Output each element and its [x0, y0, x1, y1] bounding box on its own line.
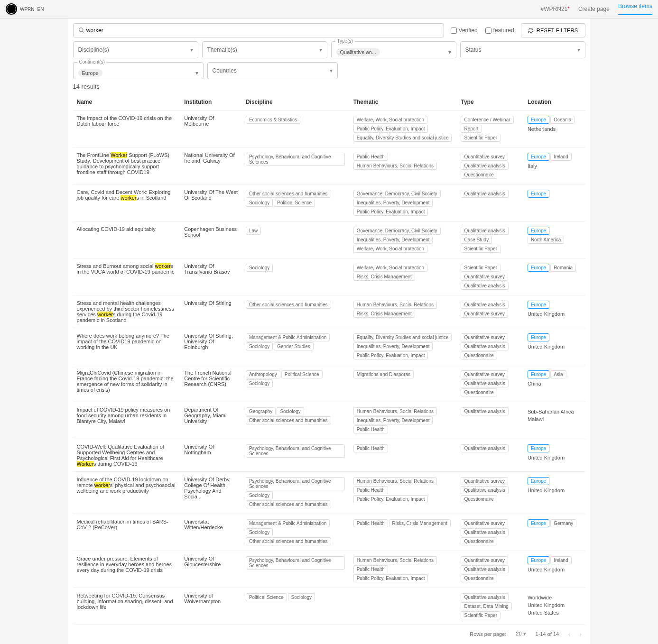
tag[interactable]: Public Policy, Evaluation, Impact [353, 125, 428, 133]
table-row[interactable]: Allocating COVID-19 aid equitablyCopenha… [73, 221, 585, 258]
nav-wprn21[interactable]: #WPRN21* [541, 6, 570, 12]
tag[interactable]: Qualitative analysis [461, 486, 508, 494]
tag[interactable]: Human Behaviours, Social Relations [353, 301, 437, 309]
tag[interactable]: Law [246, 227, 261, 235]
tag[interactable]: Public Health [353, 425, 388, 433]
table-row[interactable]: Influence of the COVID-19 lockdown on re… [73, 472, 585, 514]
tag[interactable]: Public Policy, Evaluation, Impact [353, 351, 428, 359]
tag[interactable]: Other social sciences and humanities [246, 190, 331, 198]
tag[interactable]: Public Health [353, 519, 388, 527]
countries-select[interactable]: Countries▾ [207, 62, 338, 79]
table-row[interactable]: COVID-Well: Qualitative Evaluation of Su… [73, 439, 585, 472]
tag[interactable]: Public Policy, Evaluation, Impact [353, 208, 428, 216]
brand-logo[interactable]: WPRN EN [6, 3, 44, 15]
tag[interactable]: Human Behaviours, Social Relations [353, 162, 437, 170]
tag[interactable]: Governance, Democracy, Civil Society [353, 190, 441, 198]
tag[interactable]: Quantitative survey [461, 477, 508, 485]
prev-page-button[interactable]: ‹ [568, 631, 570, 637]
table-row[interactable]: Medical rehabilitation in times of SARS-… [73, 514, 585, 551]
table-row[interactable]: Impact of COVID-19 policy measures on fo… [73, 402, 585, 439]
tag[interactable]: Questionnaire [461, 388, 497, 396]
table-row[interactable]: Stress and mental health challenges expe… [73, 295, 585, 328]
tag[interactable]: Welfare, Work, Social protection [353, 245, 427, 253]
nav-create-page[interactable]: Create page [578, 6, 610, 12]
tag[interactable]: Other social sciences and humanities [246, 500, 331, 508]
tag[interactable]: Economics & Statistics [246, 116, 300, 124]
tag[interactable]: Risks, Crisis Management [353, 310, 415, 318]
table-row[interactable]: The FrontLine Worker Support (FLoWS) Stu… [73, 147, 585, 184]
tag[interactable]: Equality, Diversity Studies and social j… [353, 134, 452, 142]
location-tag[interactable]: Oceania [550, 116, 575, 124]
tag[interactable]: Geography [246, 407, 276, 415]
table-row[interactable]: Care, Covid and Decent Work: Exploring j… [73, 184, 585, 221]
table-row[interactable]: Stress and Burnout among social workers … [73, 258, 585, 295]
tag[interactable]: Report [461, 125, 482, 133]
tag[interactable]: Dataset, Data Mining [461, 602, 511, 610]
tag[interactable]: Inequalities, Poverty, Development [353, 236, 433, 244]
tag[interactable]: Political Science [274, 199, 315, 207]
location-tag[interactable]: Europe [528, 444, 549, 452]
tag[interactable]: Inequalities, Poverty, Development [353, 342, 433, 350]
location-tag[interactable]: Europe [528, 264, 549, 272]
tag[interactable]: Quantitative survey [461, 333, 508, 341]
location-tag[interactable]: Germany [550, 519, 576, 527]
tag[interactable]: Management & Public Administration [246, 519, 330, 527]
tag[interactable]: Qualitative analysis [461, 565, 508, 573]
discipline-select[interactable]: Discipline(s)▾ [73, 41, 198, 58]
tag[interactable]: Inequalities, Poverty, Development [353, 199, 433, 207]
tag[interactable]: Inequalities, Poverty, Development [353, 416, 433, 424]
tag[interactable]: Sociology [246, 264, 273, 272]
table-row[interactable]: MigraChiCovid (Chinese migration in Fran… [73, 365, 585, 402]
tag[interactable]: Psychology, Behavioural and Cognitive Sc… [246, 477, 345, 490]
th-discipline[interactable]: Discipline [242, 94, 350, 110]
tag[interactable]: Quantitative survey [461, 310, 508, 318]
tag[interactable]: Political Science [281, 370, 323, 378]
tag[interactable]: Public Health [353, 153, 388, 161]
tag[interactable]: Qualitative analysis [461, 162, 508, 170]
types-select[interactable]: Type(s) Qualitative an... ▾ [331, 41, 456, 58]
tag[interactable]: Scientific Paper [461, 264, 500, 272]
location-tag[interactable]: Europe [528, 301, 549, 309]
tag[interactable]: Public Policy, Evaluation, Impact [353, 574, 428, 582]
tag[interactable]: Scientific Paper [461, 245, 500, 253]
tag[interactable]: Other social sciences and humanities [246, 301, 331, 309]
tag[interactable]: Other social sciences and humanities [246, 416, 331, 424]
tag[interactable]: Human Behaviours, Social Relations [353, 407, 437, 415]
tag[interactable]: Sociology [288, 593, 315, 601]
tag[interactable]: Migrations and Diasporas [353, 370, 414, 378]
tag[interactable]: Management & Public Administration [246, 333, 330, 341]
location-tag[interactable]: North America [528, 236, 564, 244]
tag[interactable]: Equality, Diversity Studies and social j… [353, 333, 452, 341]
location-tag[interactable]: Europe [528, 477, 549, 485]
tag[interactable]: Questionnaire [461, 351, 497, 359]
location-tag[interactable]: Europe [528, 116, 549, 124]
nav-browse-items[interactable]: Browse items [618, 3, 652, 15]
tag[interactable]: Qualitative analysis [461, 301, 508, 309]
next-page-button[interactable]: › [580, 631, 582, 637]
table-row[interactable]: Retweeting for COVID-19: Consensus build… [73, 588, 585, 625]
location-tag[interactable]: Europe [528, 370, 549, 378]
location-tag[interactable]: Europe [528, 227, 549, 235]
location-tag[interactable]: Europe [528, 190, 549, 198]
tag[interactable]: Questionnaire [461, 171, 497, 179]
tag[interactable]: Governance, Democracy, Civil Society [353, 227, 441, 235]
continent-select[interactable]: Continent(s) Europe ▾ [73, 62, 204, 79]
tag[interactable]: Sociology [246, 379, 273, 387]
tag[interactable]: Human Behaviours, Social Relations [353, 477, 437, 485]
tag[interactable]: Public Health [353, 444, 388, 452]
tag[interactable]: Qualitative analysis [461, 190, 508, 198]
tag[interactable]: Qualitative analysis [461, 407, 508, 415]
tag[interactable]: Psychology, Behavioural and Cognitive Sc… [246, 556, 345, 570]
tag[interactable]: Sociology [246, 491, 273, 499]
tag[interactable]: Sociology [277, 407, 304, 415]
tag[interactable]: Qualitative analysis [461, 342, 508, 350]
tag[interactable]: Qualitative analysis [461, 528, 508, 536]
tag[interactable]: Sociology [246, 199, 273, 207]
location-tag[interactable]: Ireland [550, 556, 572, 564]
verified-checkbox[interactable]: Verified [451, 27, 478, 34]
tag[interactable]: Case Study [461, 236, 492, 244]
tag[interactable]: Qualitative analysis [461, 593, 508, 601]
th-name[interactable]: Name [73, 94, 181, 110]
tag[interactable]: Questionnaire [461, 537, 497, 545]
tag[interactable]: Gender Studies [274, 342, 314, 350]
